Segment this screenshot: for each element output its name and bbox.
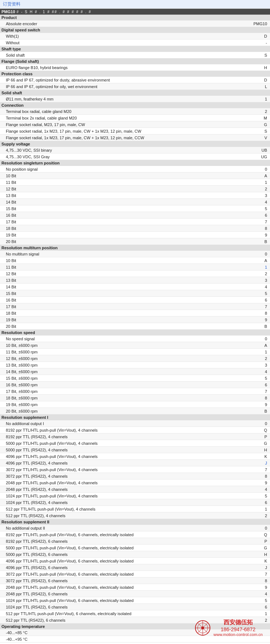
header-codes: # - S H # . 1 # ## . # # # # # . # [16,10,269,14]
table-row: -40...+95 °C [0,636,270,643]
table-row: 20 Bit, ±6000 rpmB [0,408,270,414]
row-label: 13 Bit, ±6000 rpm [0,363,255,368]
row-label: 5000 ppr TTL/HTL push-pull (Vin=Vout), 6… [0,545,255,550]
table-row: 15 Bit, ±6000 rpm5 [0,375,270,382]
row-code: 8 [255,579,270,583]
row-code: 4 [255,285,270,289]
row-label: 8192 ppr TTL/HTL push-pull (Vin=Vout), 4… [0,428,255,433]
row-label: No speed signal [0,336,255,341]
table-row: 16 Bit, ±6000 rpm6 [0,382,270,388]
row-label: 5000 ppr TTL (RS422), 4 channels [0,447,255,452]
row-code: 7 [255,572,270,576]
row-code: A [255,343,270,348]
table-row: 10 BitA [0,257,270,264]
row-label: -40...+95 °C [0,637,255,642]
table-row: 3072 ppr TTL/HTL push-pull (Vin=Vout), 6… [0,571,270,577]
row-code: 4 [255,200,270,204]
section-header-2: Shaft type [0,46,270,52]
row-label: 1024 ppr TTL/HTL push-pull (Vin=Vout), 4… [0,493,255,499]
table-row: 11 Bit1 [0,264,270,270]
row-label: 5000 ppr TTL/HTL push-pull (Vin=Vout), 4… [0,441,255,446]
row-label: 16 Bit [0,298,255,303]
table-row: Absolute encoderPMG10 [0,20,270,27]
row-code: 4 [255,592,270,596]
table-row: 5000 ppr TTL/HTL push-pull (Vin=Vout), 4… [0,440,270,447]
table-row: 12 Bit2 [0,270,270,277]
row-label: 4096 ppr TTL (RS422), 6 channels [0,565,255,570]
row-code: Q [255,533,270,537]
table-row: 19 Bit9 [0,232,270,238]
table-row: 16 Bit6 [0,212,270,219]
row-code: V [255,136,270,140]
table-row: No position signal0 [0,166,270,173]
row-code: P [255,435,270,439]
row-code: B [255,409,270,413]
row-label: 3072 ppr TTL (RS422), 6 channels [0,578,255,583]
row-code: M [255,116,270,120]
row-label: 12 Bit, ±6000 rpm [0,356,255,361]
row-label: Absolute encoder [0,21,254,26]
table-row: 19 Bit9 [0,317,270,323]
table-row: 14 Bit, ±6000 rpm4 [0,368,270,375]
row-code: 0 [255,526,270,530]
row-code: - [255,41,270,45]
row-code: 8 [255,226,270,231]
row-code: A [255,258,270,263]
section-header-12: Resolution supplement II [0,519,270,525]
row-label: 13 Bit [0,193,255,198]
row-label: 3072 ppr TTL/HTL push-pull (Vin=Vout), 6… [0,572,255,577]
row-code: 2 [255,514,270,518]
row-code: P [255,539,270,543]
row-code: D [255,34,270,38]
row-code: L [255,84,270,89]
table-row: 4,75...30 VDC, SSI binaryUB [0,147,270,154]
section-header-9: Resolution multiturn position [0,245,270,251]
table-row: 512 ppr TTL/HTL push-pull (Vin=Vout), 4 … [0,506,270,512]
table-row: 8192 ppr TTL/HTL push-pull (Vin=Vout), 4… [0,427,270,433]
table-row: 4096 ppr TTL/HTL push-pull (Vin=Vout), 6… [0,558,270,564]
row-code: 1 [255,350,270,354]
table-row: 11 Bit1 [0,179,270,186]
row-label: Flange socket radial, 1x M23, 17 pin, ma… [0,129,255,134]
row-code: 8 [255,311,270,315]
row-code: 1 [255,507,270,511]
row-label: 19 Bit [0,317,255,322]
row-label: 11 Bit, ±6000 rpm [0,349,255,355]
row-code: D [255,78,270,82]
table-row: 13 Bit, ±6000 rpm3 [0,362,270,368]
row-label: Solid shaft [0,53,255,58]
row-code: 4 [255,487,270,492]
row-code: Q [255,428,270,432]
row-label: Without [0,40,255,45]
row-label: 18 Bit [0,226,255,231]
section-header-4: Protection class [0,71,270,77]
row-code: 9 [255,481,270,485]
row-code: 6 [255,213,270,217]
table-row: 2048 ppr TTL/HTL push-pull (Vin=Vout), 6… [0,584,270,591]
table-row: 8192 ppr TTL (RS422), 6 channelsP [0,538,270,545]
row-label: 1024 ppr TTL (RS422), 6 channels [0,605,255,610]
table-row: Without- [0,39,270,46]
row-code: 9 [255,318,270,322]
row-label: 12 Bit [0,186,255,192]
table-row: 3072 ppr TTL (RS422), 4 channels8 [0,473,270,480]
row-label: 4096 ppr TTL/HTL push-pull (Vin=Vout), 6… [0,558,255,564]
row-label: IP 66 and IP 67, optimized for oily, wet… [0,84,255,89]
row-code: 7 [255,220,270,224]
content: ProductAbsolute encoderPMG10Digital spee… [0,15,270,643]
table-row: 20 BitB [0,323,270,330]
watermark-company: 西安德伍拓 [214,619,263,626]
row-label: 12 Bit [0,271,255,276]
row-code: 7 [255,467,270,472]
table-row: 18 Bit8 [0,225,270,232]
table-row: 512 ppr TTL/HTL push-pull (Vin=Vout), 6 … [0,610,270,617]
row-code: 2 [255,356,270,361]
row-code: J [255,565,270,570]
table-row: Flange socket radial, 1x M23, 17 pin, ma… [0,135,270,141]
row-label: 19 Bit, ±6000 rpm [0,402,255,407]
row-code: K [255,559,270,563]
row-code: S [255,53,270,57]
row-code: 0 [255,337,270,341]
table-row: 5000 ppr TTL/HTL push-pull (Vin=Vout), 6… [0,545,270,551]
row-label: 14 Bit, ±6000 rpm [0,369,255,374]
